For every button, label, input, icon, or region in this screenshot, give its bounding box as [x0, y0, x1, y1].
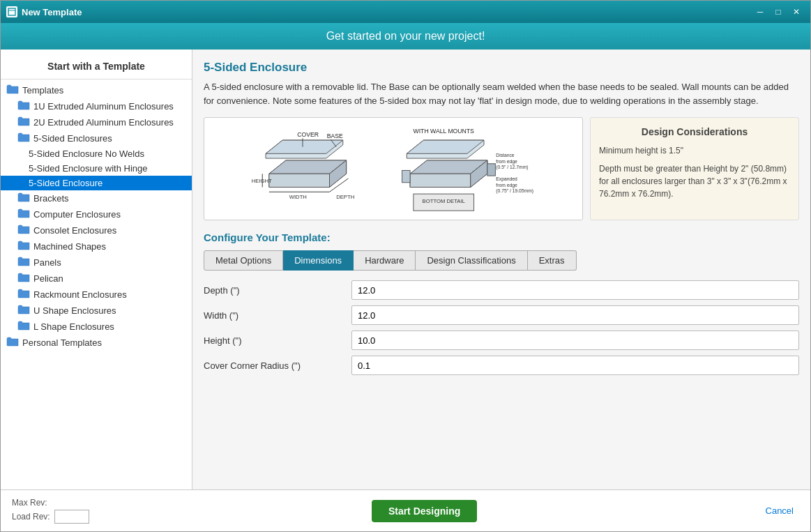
folder-icon	[17, 192, 30, 204]
diagram-image: COVER BASE HEIGHT WIDTH DEPTH	[204, 117, 583, 220]
start-designing-button[interactable]: Start Designing	[372, 500, 477, 522]
main-area: Start with a Template Templates 1U Extru…	[1, 50, 810, 489]
sidebar-item-1u-extruded[interactable]: 1U Extruded Aluminum Enclosures	[1, 98, 192, 114]
tabs-container: Metal OptionsDimensionsHardwareDesign Cl…	[204, 250, 799, 271]
sidebar-item-machined-shapes[interactable]: Machined Shapes	[1, 238, 192, 254]
form-row-cover-corner-radius: Cover Corner Radius (")	[204, 356, 799, 375]
folder-icon	[17, 225, 30, 236]
footer-left: Max Rev: Load Rev:	[12, 498, 89, 524]
sidebar-item-brackets[interactable]: Brackets	[1, 190, 192, 206]
cancel-button[interactable]: Cancel	[760, 503, 799, 519]
sidebar-item-label: Personal Templates	[22, 337, 102, 348]
maximize-button[interactable]: □	[770, 5, 787, 19]
sidebar-item-computer-enclosures[interactable]: Computer Enclosures	[1, 206, 192, 222]
dc-title: Design Considerations	[599, 126, 790, 137]
header-banner: Get started on your new project!	[1, 23, 810, 50]
folder-icon	[6, 337, 19, 349]
form-label-height: Height (")	[204, 335, 343, 346]
dc-text-1: Minimum height is 1.5"	[599, 144, 790, 157]
svg-text:(0.5" / 12.7mm): (0.5" / 12.7mm)	[496, 165, 528, 170]
sidebar-item-consolet-enclosures[interactable]: Consolet Enclosures	[1, 222, 192, 238]
svg-rect-0	[8, 8, 15, 15]
sidebar-item-5-sided-no-welds[interactable]: 5-Sided Enclosure No Welds	[1, 146, 192, 161]
tab-dimensions[interactable]: Dimensions	[283, 250, 354, 271]
tab-extras[interactable]: Extras	[528, 250, 577, 271]
folder-icon	[17, 305, 30, 317]
sidebar-item-templates[interactable]: Templates	[1, 82, 192, 98]
form-input-width[interactable]	[351, 305, 799, 325]
load-rev-row: Load Rev:	[12, 510, 89, 524]
form-input-cover-corner-radius[interactable]	[351, 356, 799, 375]
content-area: 5-Sided Enclosure A 5-sided enclosure wi…	[192, 50, 810, 489]
sidebar-item-2u-extruded[interactable]: 2U Extruded Aluminum Enclosures	[1, 114, 192, 130]
max-rev-label: Max Rev:	[12, 498, 47, 508]
sidebar-item-pelican[interactable]: Pelican	[1, 271, 192, 287]
sidebar: Start with a Template Templates 1U Extru…	[1, 50, 192, 489]
svg-text:Expanded: Expanded	[496, 176, 517, 182]
title-bar: New Template ─ □ ✕	[1, 1, 810, 23]
sidebar-item-personal-templates[interactable]: Personal Templates	[1, 335, 192, 351]
sidebar-item-label: 5-Sided Enclosures	[33, 133, 112, 144]
form-container: Depth (")Width (")Height (")Cover Corner…	[204, 280, 799, 375]
sidebar-item-label: Computer Enclosures	[33, 209, 121, 220]
design-considerations-panel: Design Considerations Minimum height is …	[590, 117, 799, 220]
sidebar-item-label: 5-Sided Enclosure No Welds	[29, 149, 144, 159]
template-description: A 5-sided enclosure with a removable lid…	[204, 80, 799, 107]
minimize-button[interactable]: ─	[752, 5, 768, 19]
svg-marker-5	[269, 174, 330, 187]
banner-text: Get started on your new project!	[326, 30, 485, 42]
load-rev-label: Load Rev:	[12, 512, 50, 522]
tab-hardware[interactable]: Hardware	[354, 250, 416, 271]
svg-text:WITH WALL MOUNTS: WITH WALL MOUNTS	[414, 128, 475, 135]
form-label-depth: Depth (")	[204, 285, 343, 296]
sidebar-item-l-shape-enclosures[interactable]: L Shape Enclosures	[1, 319, 192, 335]
svg-text:from edge: from edge	[496, 183, 517, 188]
folder-icon	[6, 84, 19, 96]
form-row-depth: Depth (")	[204, 280, 799, 300]
app-icon	[6, 6, 17, 17]
svg-rect-24	[402, 170, 411, 182]
svg-text:COVER: COVER	[297, 131, 319, 138]
window-title: New Template	[22, 7, 82, 17]
sidebar-item-panels[interactable]: Panels	[1, 254, 192, 271]
svg-text:(0.75" / 19.05mm): (0.75" / 19.05mm)	[496, 188, 533, 194]
tab-metal-options[interactable]: Metal Options	[204, 250, 283, 271]
tab-design-classifications[interactable]: Design Classifications	[416, 250, 527, 271]
folder-icon	[17, 132, 30, 144]
configure-title: Configure Your Template:	[204, 231, 799, 243]
sidebar-item-rackmount-enclosures[interactable]: Rackmount Enclosures	[1, 287, 192, 303]
folder-icon	[17, 273, 30, 284]
sidebar-item-u-shape-enclosures[interactable]: U Shape Enclosures	[1, 303, 192, 319]
sidebar-item-label: 1U Extruded Aluminum Enclosures	[33, 101, 174, 112]
sidebar-item-label: Templates	[22, 85, 63, 96]
sidebar-item-label: 2U Extruded Aluminum Enclosures	[33, 117, 174, 128]
footer: Max Rev: Load Rev: Start Designing Cance…	[1, 489, 810, 531]
form-row-width: Width (")	[204, 305, 799, 325]
max-rev-row: Max Rev:	[12, 498, 89, 508]
folder-icon	[17, 116, 30, 128]
sidebar-item-5-sided-with-hinge[interactable]: 5-Sided Enclosure with Hinge	[1, 161, 192, 176]
form-label-cover-corner-radius: Cover Corner Radius (")	[204, 360, 343, 371]
svg-text:Distance: Distance	[496, 153, 514, 158]
sidebar-item-label: Consolet Enclosures	[33, 225, 116, 236]
svg-marker-22	[410, 174, 471, 187]
svg-text:DEPTH: DEPTH	[336, 194, 354, 200]
close-button[interactable]: ✕	[788, 5, 805, 19]
dc-text: Minimum height is 1.5" Depth must be gre…	[599, 144, 790, 200]
sidebar-item-5-sided-enclosure[interactable]: 5-Sided Enclosure	[1, 176, 192, 190]
form-input-height[interactable]	[351, 330, 799, 350]
form-input-depth[interactable]	[351, 280, 799, 300]
dc-text-2: Depth must be greater than Height by 2" …	[599, 162, 790, 200]
sidebar-item-label: 5-Sided Enclosure with Hinge	[29, 163, 148, 174]
form-row-height: Height (")	[204, 330, 799, 350]
folder-icon	[17, 257, 30, 268]
folder-icon	[17, 241, 30, 252]
tree-container: Templates 1U Extruded Aluminum Enclosure…	[1, 82, 192, 351]
folder-icon	[17, 208, 30, 220]
folder-icon	[17, 289, 30, 301]
svg-text:HEIGHT: HEIGHT	[252, 178, 272, 184]
load-rev-input[interactable]	[54, 510, 89, 524]
sidebar-item-5-sided-enclosures[interactable]: 5-Sided Enclosures	[1, 130, 192, 146]
enclosure-diagram-svg: COVER BASE HEIGHT WIDTH DEPTH	[210, 123, 577, 214]
window-controls: ─ □ ✕	[752, 5, 805, 19]
